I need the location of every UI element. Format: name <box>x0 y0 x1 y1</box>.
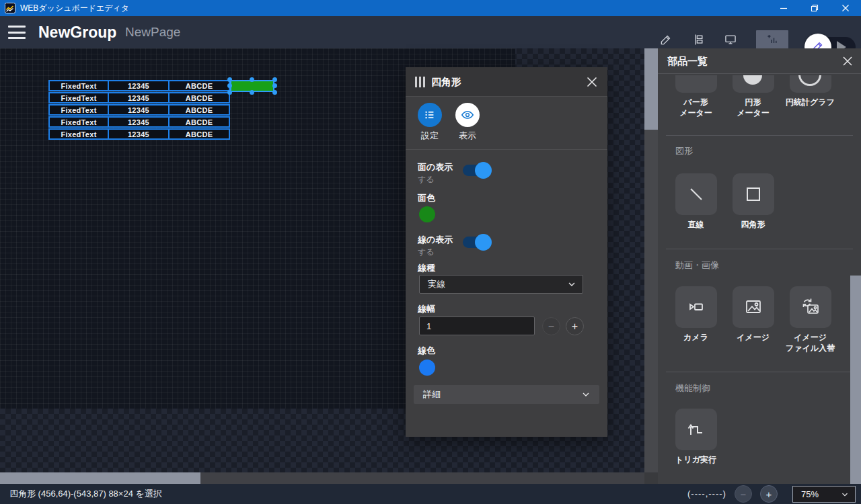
line-display-toggle[interactable] <box>463 237 490 248</box>
face-color-label: 面色 <box>418 192 435 204</box>
bar-meter-icon[interactable] <box>675 75 717 93</box>
parts-row-shapes: 直線 四角形 <box>667 173 782 230</box>
section-divider <box>666 135 853 136</box>
part-rectangle[interactable]: 四角形 <box>724 173 782 230</box>
panel-close-icon[interactable] <box>586 76 598 88</box>
resize-handle[interactable] <box>272 83 277 88</box>
rectangle-icon[interactable] <box>733 173 774 215</box>
resize-handle[interactable] <box>272 90 277 95</box>
section-label-shapes: 図形 <box>675 145 693 157</box>
part-bar-meter[interactable]: バー形 メーター <box>667 75 724 118</box>
chevron-down-icon <box>566 279 577 290</box>
resize-handle[interactable] <box>227 77 232 82</box>
resize-handle[interactable] <box>272 77 277 82</box>
eye-icon[interactable] <box>455 103 480 127</box>
circle-meter-icon[interactable] <box>733 75 774 93</box>
table-cell[interactable]: FixedText <box>48 80 109 91</box>
line-width-decrement-button[interactable]: − <box>542 317 560 335</box>
table-cell[interactable]: FixedText <box>48 116 109 128</box>
trigger-icon[interactable] <box>675 409 717 450</box>
line-display-label: 線の表示 <box>418 234 453 246</box>
part-image[interactable]: イメージ <box>724 286 782 353</box>
face-display-toggle[interactable] <box>463 165 490 176</box>
table-cell[interactable]: ABCDE <box>170 104 230 116</box>
close-window-button[interactable] <box>830 0 861 16</box>
zoom-level-dropdown[interactable]: 75% <box>792 486 856 503</box>
resize-handle[interactable] <box>227 83 232 88</box>
selection-handles <box>230 80 274 92</box>
part-pie-graph[interactable]: 円統計グラフ <box>782 75 839 118</box>
section-label-control: 機能制御 <box>675 382 710 394</box>
parts-row-meters: バー形 メーター 円形 メーター 円統計グラフ <box>667 75 839 118</box>
face-color-swatch[interactable] <box>419 206 435 222</box>
line-type-dropdown[interactable]: 実線 <box>419 275 583 294</box>
table-cell[interactable]: ABCDE <box>170 128 230 140</box>
camera-icon[interactable] <box>675 286 717 328</box>
data-table[interactable]: FixedText 12345 ABCDE FixedText 12345 AB… <box>48 80 230 140</box>
table-cell[interactable]: FixedText <box>48 104 109 116</box>
table-cell[interactable]: 12345 <box>109 116 170 128</box>
table-row[interactable]: FixedText 12345 ABCDE <box>48 80 230 91</box>
table-cell[interactable]: ABCDE <box>170 116 230 128</box>
table-cell[interactable]: ABCDE <box>170 80 230 91</box>
table-cell[interactable]: FixedText <box>48 92 109 103</box>
pie-graph-icon[interactable] <box>790 75 831 93</box>
parts-list-close-icon[interactable] <box>842 56 853 67</box>
restore-button[interactable] <box>799 0 830 16</box>
panel-header[interactable]: 四角形 <box>406 67 607 97</box>
minimize-button[interactable] <box>768 0 799 16</box>
shape-property-panel: 四角形 設定 表示 <box>406 67 607 437</box>
sidebar-scroll-thumb[interactable] <box>850 276 861 484</box>
horizontal-scroll-thumb[interactable] <box>0 472 200 484</box>
scrollbar-corner <box>644 472 658 484</box>
part-line[interactable]: 直線 <box>667 173 724 230</box>
table-row[interactable]: FixedText 12345 ABCDE <box>48 128 230 140</box>
cursor-coordinates: (----,----) <box>687 484 726 504</box>
chevron-down-icon <box>581 389 591 400</box>
table-row[interactable]: FixedText 12345 ABCDE <box>48 104 230 116</box>
panel-title: 四角形 <box>431 67 461 97</box>
part-circle-meter[interactable]: 円形 メーター <box>724 75 782 118</box>
part-trigger[interactable]: トリガ実行 <box>667 409 724 465</box>
table-cell[interactable]: FixedText <box>48 128 109 140</box>
resize-handle[interactable] <box>250 90 254 95</box>
table-cell[interactable]: 12345 <box>109 128 170 140</box>
line-color-label: 線色 <box>418 345 435 357</box>
pencil-icon <box>659 33 673 46</box>
line-type-label: 線種 <box>418 262 435 274</box>
table-cell[interactable]: 12345 <box>109 80 170 91</box>
layout-icon <box>691 33 705 46</box>
table-cell[interactable]: ABCDE <box>170 92 230 103</box>
table-row[interactable]: FixedText 12345 ABCDE <box>48 92 230 103</box>
canvas-vertical-scrollbar[interactable] <box>644 48 658 472</box>
hamburger-menu-icon[interactable] <box>8 26 26 39</box>
chevron-down-icon <box>840 490 850 499</box>
image-replace-icon[interactable] <box>790 286 831 328</box>
tab-settings[interactable]: 設定 <box>418 103 442 142</box>
line-icon[interactable] <box>675 173 717 215</box>
line-width-label: 線幅 <box>418 303 435 315</box>
image-icon[interactable] <box>733 286 774 328</box>
line-width-increment-button[interactable]: + <box>566 317 584 335</box>
zoom-out-button[interactable]: − <box>735 485 752 503</box>
line-display-state: する <box>418 247 435 258</box>
vertical-scroll-thumb[interactable] <box>644 48 658 130</box>
line-color-swatch[interactable] <box>419 360 435 376</box>
table-cell[interactable]: 12345 <box>109 92 170 103</box>
resize-handle[interactable] <box>250 77 254 82</box>
minus-icon: − <box>548 321 554 332</box>
selection-status-text: 四角形 (456,64)-(543,87) 88×24 を選択 <box>9 484 162 504</box>
table-row[interactable]: FixedText 12345 ABCDE <box>48 116 230 128</box>
line-width-input[interactable] <box>419 317 535 335</box>
drag-handle-icon[interactable] <box>415 77 425 87</box>
part-image-replace[interactable]: イメージ ファイル入替 <box>782 286 839 353</box>
details-expander[interactable]: 詳細 <box>414 385 599 404</box>
table-cell[interactable]: 12345 <box>109 104 170 116</box>
resize-handle[interactable] <box>227 90 232 95</box>
header-bar: NewGroup NewPage 編集 配置 表示 <box>0 16 861 48</box>
part-camera[interactable]: カメラ <box>667 286 724 353</box>
zoom-in-button[interactable]: + <box>760 485 778 503</box>
tab-display[interactable]: 表示 <box>455 103 480 142</box>
canvas-horizontal-scrollbar[interactable] <box>0 472 644 484</box>
settings-list-icon[interactable] <box>418 103 442 127</box>
